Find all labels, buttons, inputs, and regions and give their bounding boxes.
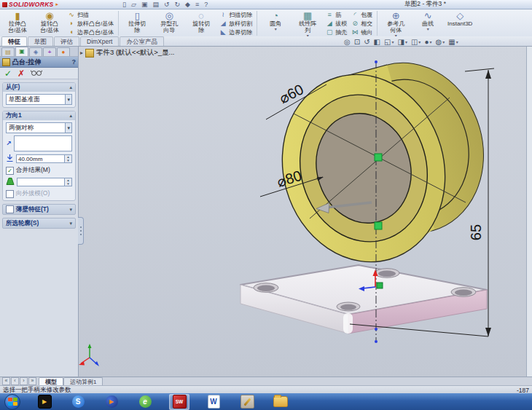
- collapse-chevron-icon[interactable]: ▴: [69, 84, 72, 90]
- taskbar-solidworks[interactable]: SW: [169, 394, 189, 410]
- mirror-button[interactable]: ⋈ 镜向: [351, 28, 372, 36]
- thin-feature-header[interactable]: 薄壁特征(T) ▾: [2, 204, 76, 215]
- propertymanager-tab[interactable]: ▣: [15, 47, 28, 56]
- dropdown-caret-icon[interactable]: ▾: [275, 27, 277, 31]
- preview-glasses-icon[interactable]: [31, 69, 42, 78]
- extruded-boss-button[interactable]: ▮ 拉伸凸 台/基体: [1, 9, 34, 37]
- tab-office-products[interactable]: 办公室产品: [120, 36, 164, 46]
- next-tab-button[interactable]: ›: [20, 377, 28, 385]
- depth-spinner[interactable]: ▴▾: [64, 154, 72, 163]
- taskbar-file-explorer[interactable]: [271, 395, 290, 409]
- taskbar-video-player[interactable]: ▶: [102, 395, 121, 409]
- cancel-button[interactable]: ✗: [17, 69, 25, 78]
- swept-boss-button[interactable]: ∿ 扫描: [68, 11, 114, 18]
- draft-spinner[interactable]: ▴▾: [64, 178, 72, 186]
- reverse-direction-icon[interactable]: ↗: [6, 140, 12, 147]
- new-document-icon[interactable]: ▯: [122, 1, 126, 9]
- zoom-fit-icon[interactable]: ◎: [344, 38, 351, 46]
- linear-pattern-button[interactable]: ▦ 线性阵 列 ▾: [292, 9, 324, 37]
- panel-splitter-handle[interactable]: [78, 217, 84, 245]
- menu-expand-icon[interactable]: ▸: [56, 1, 59, 7]
- tree-expand-icon[interactable]: ▸: [80, 50, 83, 56]
- instant3d-button[interactable]: ◇ Instant3D: [444, 9, 476, 37]
- apply-scene-icon[interactable]: ◍▾: [435, 38, 445, 46]
- tab-dimxpert[interactable]: DimXpert: [80, 36, 119, 46]
- merge-result-checkbox[interactable]: ✓: [6, 167, 14, 175]
- view-settings-icon[interactable]: ▦▾: [448, 38, 458, 46]
- hole-wizard-button[interactable]: ◎ 异型孔 向导: [153, 9, 185, 37]
- taskbar-word[interactable]: W: [204, 395, 223, 409]
- view-orientation-icon[interactable]: ◱▾: [384, 38, 394, 46]
- thin-feature-checkbox[interactable]: [6, 205, 14, 213]
- help-icon[interactable]: ?: [204, 1, 208, 9]
- extrude-handle-bottom[interactable]: [375, 222, 382, 229]
- extrude-handle-top[interactable]: [375, 154, 382, 161]
- graphics-viewport[interactable]: ▸ 零件3 (默认<<默认>_显...: [78, 46, 527, 377]
- draft-angle-input[interactable]: [17, 178, 64, 186]
- from-group-header[interactable]: 从(F) ▴: [3, 83, 75, 92]
- fillet-button[interactable]: ◔ 圆角 ▾: [259, 9, 292, 37]
- curves-button[interactable]: ∿ 曲线 ▾: [412, 9, 444, 37]
- undo-icon[interactable]: ↺: [164, 1, 170, 9]
- taskbar-browser-360[interactable]: e: [136, 395, 154, 409]
- save-icon[interactable]: ▣: [141, 1, 148, 9]
- boundary-cut-button[interactable]: ◣ 边界切除: [219, 28, 252, 36]
- chevron-down-icon[interactable]: ▾: [65, 95, 71, 104]
- intersect-button[interactable]: ⊘ 相交: [351, 20, 372, 27]
- prev-tab-button[interactable]: ‹: [11, 377, 19, 385]
- end-condition-select[interactable]: 两侧对称 ▾: [6, 122, 72, 133]
- dimxpertmanager-tab[interactable]: +: [43, 47, 56, 56]
- print-icon[interactable]: ▤: [152, 1, 159, 9]
- shell-button[interactable]: ▢ 抽壳: [326, 28, 347, 36]
- open-icon[interactable]: ▱: [131, 1, 136, 9]
- previous-view-icon[interactable]: ↺: [364, 38, 369, 46]
- expand-chevron-icon[interactable]: ▾: [69, 221, 72, 226]
- display-style-icon[interactable]: ◨▾: [397, 38, 407, 46]
- selected-contours-header[interactable]: 所选轮廓(S) ▾: [2, 218, 76, 229]
- dropdown-caret-icon[interactable]: ▾: [427, 27, 429, 31]
- draft-button[interactable]: ◢ 拔模: [326, 20, 347, 27]
- hide-show-items-icon[interactable]: ◫▾: [411, 38, 420, 46]
- draft-outward-checkbox[interactable]: [6, 190, 14, 198]
- rib-button[interactable]: ≡ 筋: [326, 11, 347, 18]
- rebuild-icon[interactable]: ◆: [185, 1, 190, 9]
- taskbar-paint-tool[interactable]: [238, 395, 257, 409]
- edit-appearance-icon[interactable]: ●▾: [424, 38, 431, 46]
- revolved-boss-button[interactable]: ◉ 旋转凸 台/基体: [34, 9, 66, 37]
- taskbar-media-player[interactable]: ▶: [35, 395, 54, 409]
- task-pane-strip[interactable]: [526, 46, 532, 377]
- lofted-boss-button[interactable]: ◗ 放样凸台/基体: [68, 20, 114, 27]
- tab-features[interactable]: 特征: [1, 36, 27, 46]
- collapse-chevron-icon[interactable]: ▴: [69, 113, 72, 119]
- redo-icon[interactable]: ↻: [175, 1, 181, 9]
- ok-button[interactable]: ✓: [4, 69, 12, 78]
- from-condition-select[interactable]: 草图基准面 ▾: [6, 94, 72, 105]
- draft-angle-icon[interactable]: [6, 177, 15, 187]
- start-button[interactable]: [4, 394, 20, 410]
- lofted-cut-button[interactable]: ◢ 放样切割: [219, 20, 252, 27]
- sketch-point[interactable]: [375, 60, 378, 63]
- revolved-cut-button[interactable]: ◌ 旋转切 除: [185, 9, 217, 37]
- displaymanager-tab[interactable]: ●: [57, 47, 70, 56]
- help-icon[interactable]: ?: [72, 58, 77, 66]
- depth-input[interactable]: 40.00mm: [16, 154, 64, 163]
- direction-reference-box[interactable]: [14, 135, 72, 151]
- tab-evaluate[interactable]: 评估: [54, 36, 79, 46]
- options-icon[interactable]: ≡: [195, 1, 199, 9]
- first-tab-button[interactable]: «: [2, 377, 10, 385]
- boundary-boss-button[interactable]: ◖ 边界凸台/基体: [68, 28, 114, 36]
- direction1-group-header[interactable]: 方向1 ▴: [3, 111, 75, 120]
- last-tab-button[interactable]: »: [28, 377, 36, 385]
- zoom-area-icon[interactable]: ⊡: [354, 38, 360, 46]
- swept-cut-button[interactable]: ≀ 扫描切除: [219, 11, 252, 18]
- sketch-point[interactable]: [375, 328, 378, 331]
- flyout-feature-tree[interactable]: ▸ 零件3 (默认<<默认>_显...: [80, 48, 174, 58]
- featuremanager-tab[interactable]: ▤: [1, 47, 15, 56]
- extruded-cut-button[interactable]: ▯ 拉伸切 除: [121, 9, 153, 37]
- base-plate[interactable]: [240, 265, 487, 334]
- sketch-point[interactable]: [375, 340, 378, 343]
- taskbar-browser-s[interactable]: S: [69, 395, 87, 409]
- wrap-button[interactable]: ◜ 包覆: [351, 11, 372, 18]
- configurationmanager-tab[interactable]: ◈: [29, 47, 42, 56]
- section-view-icon[interactable]: ◧: [374, 38, 380, 46]
